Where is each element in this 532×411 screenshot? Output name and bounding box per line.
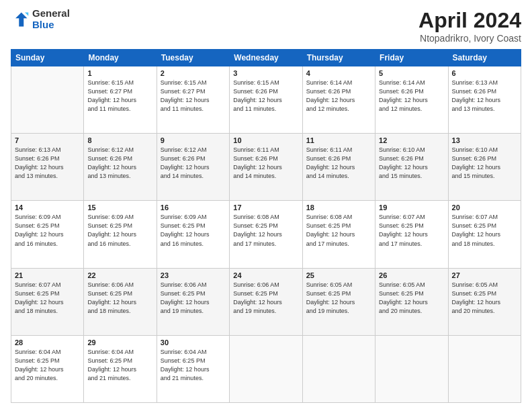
- calendar-week-row: 14Sunrise: 6:09 AM Sunset: 6:25 PM Dayli…: [11, 201, 521, 268]
- day-info: Sunrise: 6:07 AM Sunset: 6:25 PM Dayligh…: [452, 213, 517, 248]
- weekday-header-saturday: Saturday: [448, 50, 521, 66]
- day-info: Sunrise: 6:10 AM Sunset: 6:26 PM Dayligh…: [379, 146, 444, 181]
- general-blue-icon: [11, 10, 30, 29]
- day-number: 11: [306, 136, 371, 144]
- calendar-day-cell: [302, 335, 375, 402]
- calendar-day-cell: 11Sunrise: 6:11 AM Sunset: 6:26 PM Dayli…: [302, 134, 375, 201]
- day-info: Sunrise: 6:05 AM Sunset: 6:25 PM Dayligh…: [306, 281, 371, 316]
- svg-marker-0: [15, 12, 28, 26]
- weekday-header-thursday: Thursday: [302, 50, 375, 66]
- calendar-day-cell: 19Sunrise: 6:07 AM Sunset: 6:25 PM Dayli…: [375, 201, 448, 268]
- day-info: Sunrise: 6:15 AM Sunset: 6:27 PM Dayligh…: [87, 79, 152, 113]
- day-number: 15: [87, 203, 152, 212]
- day-info: Sunrise: 6:15 AM Sunset: 6:26 PM Dayligh…: [233, 79, 298, 113]
- day-info: Sunrise: 6:13 AM Sunset: 6:26 PM Dayligh…: [452, 79, 517, 113]
- day-number: 26: [379, 271, 444, 279]
- day-number: 24: [233, 271, 298, 279]
- calendar-day-cell: 7Sunrise: 6:13 AM Sunset: 6:26 PM Daylig…: [11, 134, 84, 201]
- day-number: 13: [452, 136, 517, 144]
- day-info: Sunrise: 6:13 AM Sunset: 6:26 PM Dayligh…: [15, 146, 80, 181]
- calendar-week-row: 7Sunrise: 6:13 AM Sunset: 6:26 PM Daylig…: [11, 134, 521, 201]
- logo-blue: Blue: [32, 19, 70, 31]
- calendar-day-cell: 21Sunrise: 6:07 AM Sunset: 6:25 PM Dayli…: [11, 268, 84, 335]
- day-number: 12: [379, 136, 444, 144]
- calendar-day-cell: 20Sunrise: 6:07 AM Sunset: 6:25 PM Dayli…: [448, 201, 521, 268]
- day-info: Sunrise: 6:12 AM Sunset: 6:26 PM Dayligh…: [87, 146, 152, 181]
- calendar-day-cell: 8Sunrise: 6:12 AM Sunset: 6:26 PM Daylig…: [84, 134, 157, 201]
- svg-marker-1: [25, 12, 28, 15]
- day-info: Sunrise: 6:04 AM Sunset: 6:25 PM Dayligh…: [87, 348, 152, 383]
- day-number: 9: [161, 136, 226, 144]
- day-info: Sunrise: 6:09 AM Sunset: 6:25 PM Dayligh…: [87, 213, 152, 248]
- day-info: Sunrise: 6:11 AM Sunset: 6:26 PM Dayligh…: [233, 146, 298, 181]
- day-info: Sunrise: 6:06 AM Sunset: 6:25 PM Dayligh…: [233, 281, 298, 316]
- day-info: Sunrise: 6:14 AM Sunset: 6:26 PM Dayligh…: [306, 79, 371, 113]
- day-info: Sunrise: 6:09 AM Sunset: 6:25 PM Dayligh…: [161, 213, 226, 248]
- calendar-day-cell: 16Sunrise: 6:09 AM Sunset: 6:25 PM Dayli…: [157, 201, 229, 268]
- day-info: Sunrise: 6:07 AM Sunset: 6:25 PM Dayligh…: [379, 213, 444, 248]
- day-number: 14: [15, 203, 80, 212]
- day-info: Sunrise: 6:08 AM Sunset: 6:25 PM Dayligh…: [233, 213, 298, 248]
- day-info: Sunrise: 6:04 AM Sunset: 6:25 PM Dayligh…: [15, 348, 80, 383]
- day-number: 30: [161, 338, 226, 347]
- calendar-day-cell: 9Sunrise: 6:12 AM Sunset: 6:26 PM Daylig…: [157, 134, 229, 201]
- calendar-day-cell: 30Sunrise: 6:04 AM Sunset: 6:25 PM Dayli…: [157, 335, 229, 402]
- day-number: 5: [379, 69, 444, 77]
- calendar-day-cell: 3Sunrise: 6:15 AM Sunset: 6:26 PM Daylig…: [230, 66, 302, 134]
- logo-text: General Blue: [32, 8, 70, 30]
- calendar-day-cell: 22Sunrise: 6:06 AM Sunset: 6:25 PM Dayli…: [84, 268, 157, 335]
- calendar-week-row: 21Sunrise: 6:07 AM Sunset: 6:25 PM Dayli…: [11, 268, 521, 335]
- day-number: 16: [161, 203, 226, 212]
- title-location: Ntopadrikro, Ivory Coast: [418, 33, 521, 44]
- day-number: 18: [306, 203, 371, 212]
- day-number: 19: [379, 203, 444, 212]
- calendar-day-cell: 18Sunrise: 6:08 AM Sunset: 6:25 PM Dayli…: [302, 201, 375, 268]
- day-info: Sunrise: 6:14 AM Sunset: 6:26 PM Dayligh…: [379, 79, 444, 113]
- day-number: 4: [306, 69, 371, 77]
- calendar-day-cell: 28Sunrise: 6:04 AM Sunset: 6:25 PM Dayli…: [11, 335, 84, 402]
- calendar: SundayMondayTuesdayWednesdayThursdayFrid…: [11, 49, 521, 403]
- calendar-day-cell: [11, 66, 84, 134]
- calendar-day-cell: 29Sunrise: 6:04 AM Sunset: 6:25 PM Dayli…: [84, 335, 157, 402]
- day-number: 21: [15, 271, 80, 279]
- calendar-day-cell: 14Sunrise: 6:09 AM Sunset: 6:25 PM Dayli…: [11, 201, 84, 268]
- day-number: 28: [15, 338, 80, 347]
- calendar-day-cell: 1Sunrise: 6:15 AM Sunset: 6:27 PM Daylig…: [84, 66, 157, 134]
- calendar-day-cell: 13Sunrise: 6:10 AM Sunset: 6:26 PM Dayli…: [448, 134, 521, 201]
- calendar-day-cell: 2Sunrise: 6:15 AM Sunset: 6:27 PM Daylig…: [157, 66, 229, 134]
- day-info: Sunrise: 6:08 AM Sunset: 6:25 PM Dayligh…: [306, 213, 371, 248]
- day-number: 22: [87, 271, 152, 279]
- logo-general: General: [32, 8, 70, 19]
- calendar-day-cell: 12Sunrise: 6:10 AM Sunset: 6:26 PM Dayli…: [375, 134, 448, 201]
- calendar-day-cell: 4Sunrise: 6:14 AM Sunset: 6:26 PM Daylig…: [302, 66, 375, 134]
- day-number: 8: [87, 136, 152, 144]
- calendar-day-cell: 24Sunrise: 6:06 AM Sunset: 6:25 PM Dayli…: [230, 268, 302, 335]
- day-number: 25: [306, 271, 371, 279]
- calendar-day-cell: 25Sunrise: 6:05 AM Sunset: 6:25 PM Dayli…: [302, 268, 375, 335]
- weekday-header-row: SundayMondayTuesdayWednesdayThursdayFrid…: [11, 50, 521, 66]
- weekday-header-wednesday: Wednesday: [230, 50, 302, 66]
- day-number: 2: [161, 69, 226, 77]
- title-block: April 2024 Ntopadrikro, Ivory Coast: [418, 8, 521, 44]
- header: General Blue April 2024 Ntopadrikro, Ivo…: [11, 8, 521, 44]
- day-number: 7: [15, 136, 80, 144]
- day-number: 17: [233, 203, 298, 212]
- weekday-header-friday: Friday: [375, 50, 448, 66]
- calendar-day-cell: 27Sunrise: 6:05 AM Sunset: 6:25 PM Dayli…: [448, 268, 521, 335]
- calendar-day-cell: [230, 335, 302, 402]
- calendar-day-cell: 10Sunrise: 6:11 AM Sunset: 6:26 PM Dayli…: [230, 134, 302, 201]
- calendar-week-row: 28Sunrise: 6:04 AM Sunset: 6:25 PM Dayli…: [11, 335, 521, 402]
- title-month: April 2024: [418, 8, 521, 33]
- day-info: Sunrise: 6:06 AM Sunset: 6:25 PM Dayligh…: [87, 281, 152, 316]
- day-info: Sunrise: 6:07 AM Sunset: 6:25 PM Dayligh…: [15, 281, 80, 316]
- day-info: Sunrise: 6:10 AM Sunset: 6:26 PM Dayligh…: [452, 146, 517, 181]
- day-info: Sunrise: 6:12 AM Sunset: 6:26 PM Dayligh…: [161, 146, 226, 181]
- calendar-day-cell: [375, 335, 448, 402]
- day-number: 1: [87, 69, 152, 77]
- day-info: Sunrise: 6:15 AM Sunset: 6:27 PM Dayligh…: [161, 79, 226, 113]
- day-info: Sunrise: 6:09 AM Sunset: 6:25 PM Dayligh…: [15, 213, 80, 248]
- calendar-day-cell: 5Sunrise: 6:14 AM Sunset: 6:26 PM Daylig…: [375, 66, 448, 134]
- day-number: 3: [233, 69, 298, 77]
- day-number: 6: [452, 69, 517, 77]
- calendar-day-cell: 6Sunrise: 6:13 AM Sunset: 6:26 PM Daylig…: [448, 66, 521, 134]
